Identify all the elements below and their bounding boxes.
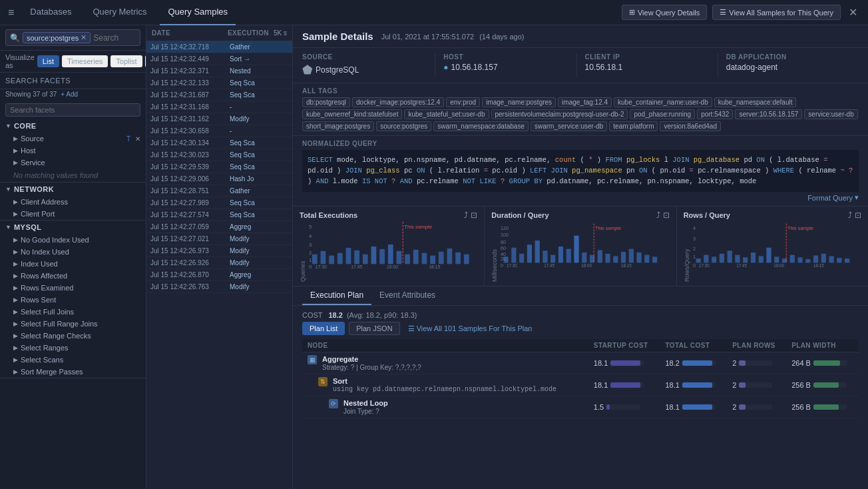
normalized-query: SELECT mode, locktype, pn.nspname, pd.da… bbox=[302, 150, 859, 192]
chart-y-label: Milliseconds bbox=[491, 221, 498, 282]
list-row[interactable]: Jul 15 12:42:32.449 Sort → bbox=[146, 53, 292, 65]
facet-item-select-ranges[interactable]: ▶ Select Ranges bbox=[0, 342, 146, 354]
list-row[interactable]: Jul 15 12:42:32.133 Seq Sca bbox=[146, 77, 292, 89]
svg-rect-38 bbox=[558, 246, 563, 262]
list-row[interactable]: Jul 15 12:42:27.021 Modify bbox=[146, 233, 292, 245]
svg-text:1: 1 bbox=[693, 254, 696, 260]
expand-icon[interactable]: ⊡ bbox=[471, 211, 477, 220]
tag-item: docker_image:postgres:12.4 bbox=[352, 97, 444, 107]
svg-rect-3 bbox=[337, 253, 343, 264]
chevron-right-icon: ▶ bbox=[13, 135, 18, 142]
tag-item: kube_stateful_set:user-db bbox=[404, 109, 489, 119]
facet-item-no-good-index[interactable]: ▶ No Good Index Used bbox=[0, 234, 146, 246]
list-row[interactable]: Jul 15 12:42:26.870 Aggreg bbox=[146, 269, 292, 281]
facet-item-index-used[interactable]: ▶ Index Used bbox=[0, 258, 146, 270]
facet-item-select-full-joins[interactable]: ▶ Select Full Joins bbox=[0, 306, 146, 318]
nav-tab-query-samples[interactable]: Query Samples bbox=[160, 0, 236, 25]
viz-active-button[interactable]: List bbox=[37, 55, 59, 67]
list-row[interactable]: Jul 15 12:42:29.006 Hash Jo bbox=[146, 173, 292, 185]
plan-table-header: NODE STARTUP COST TOTAL COST PLAN ROWS P… bbox=[302, 339, 859, 352]
facet-item-client-address[interactable]: ▶ Client Address bbox=[0, 196, 146, 208]
facet-item-rows-affected[interactable]: ▶ Rows Affected bbox=[0, 270, 146, 282]
facet-item-select-range-checks[interactable]: ▶ Select Range Checks bbox=[0, 330, 146, 342]
list-row[interactable]: Jul 15 12:42:26.973 Modify bbox=[146, 245, 292, 257]
facet-item-host[interactable]: ▶ Host bbox=[0, 145, 146, 157]
view-all-samples-button[interactable]: ☰ View All Samples for This Query bbox=[712, 5, 841, 20]
tab-execution-plan[interactable]: Execution Plan bbox=[302, 286, 371, 305]
plan-controls: Plan List Plan JSON ☰ View All 101 Sampl… bbox=[302, 322, 859, 335]
expand-icon[interactable]: ⊡ bbox=[855, 211, 861, 220]
plan-table: NODE STARTUP COST TOTAL COST PLAN ROWS P… bbox=[302, 339, 859, 418]
chevron-right-icon: ▶ bbox=[13, 320, 18, 327]
tag-item: port:5432 bbox=[697, 109, 733, 119]
list-row[interactable]: Jul 15 12:42:32.718 Gather bbox=[146, 41, 292, 53]
facet-item-rows-examined[interactable]: ▶ Rows Examined bbox=[0, 282, 146, 294]
filter-input[interactable] bbox=[93, 33, 146, 43]
tag-item: service:user-db bbox=[804, 109, 857, 119]
tab-event-attributes[interactable]: Event Attributes bbox=[371, 286, 443, 305]
facet-mysql-header[interactable]: ▼ MYSQL bbox=[0, 221, 146, 234]
facet-item-select-scans[interactable]: ▶ Select Scans bbox=[0, 354, 146, 366]
facet-item-rows-sent[interactable]: ▶ Rows Sent bbox=[0, 294, 146, 306]
viz-toplist-button[interactable]: Toplist bbox=[110, 55, 142, 67]
viz-timeseries-button[interactable]: Timeseries bbox=[62, 55, 108, 67]
source-filter-x[interactable]: ✕ bbox=[135, 135, 140, 143]
plan-json-button[interactable]: Plan JSON bbox=[349, 322, 399, 335]
list-row[interactable]: Jul 15 12:42:32.371 Nested bbox=[146, 65, 292, 77]
chevron-right-icon: ▶ bbox=[13, 344, 18, 351]
list-row[interactable]: Jul 15 12:42:30.134 Seq Sca bbox=[146, 137, 292, 149]
list-row[interactable]: Jul 15 12:42:30.658 - bbox=[146, 125, 292, 137]
nav-logo-icon[interactable]: ≡ bbox=[8, 7, 14, 19]
plan-table-row[interactable]: ⟳ Nested Loop Join Type: ? 1.5 bbox=[302, 396, 859, 418]
list-row[interactable]: Jul 15 12:42:27.574 Seq Sca bbox=[146, 209, 292, 221]
list-row[interactable]: Jul 15 12:42:31.687 Seq Sca bbox=[146, 89, 292, 101]
facet-item-select-full-range-joins[interactable]: ▶ Select Full Range Joins bbox=[0, 318, 146, 330]
facet-item-no-index[interactable]: ▶ No Index Used bbox=[0, 246, 146, 258]
svg-rect-50 bbox=[652, 257, 657, 263]
nav-tab-query-metrics[interactable]: Query Metrics bbox=[85, 0, 155, 25]
detail-panel: Sample Details Jul 01, 2021 at 17:55:51.… bbox=[293, 25, 868, 489]
facet-section-network: ▼ NETWORK ▶ Client Address ▶ Client Port bbox=[0, 183, 146, 221]
svg-text:18:00: 18:00 bbox=[773, 263, 784, 268]
list-row[interactable]: Jul 15 12:42:27.989 Seq Sca bbox=[146, 197, 292, 209]
svg-rect-34 bbox=[527, 244, 532, 262]
svg-rect-66 bbox=[712, 257, 716, 263]
plan-table-row[interactable]: ⇅ Sort using key pd.datnamepc.relnamepn.… bbox=[302, 374, 859, 396]
facet-item-sort-merge-passes[interactable]: ▶ Sort Merge Passes bbox=[0, 366, 146, 378]
list-row[interactable]: Jul 15 12:42:26.763 Modify bbox=[146, 281, 292, 293]
share-icon[interactable]: ⤴ bbox=[656, 211, 660, 220]
plan-list-button[interactable]: Plan List bbox=[302, 322, 345, 335]
filter-remove-icon[interactable]: ✕ bbox=[81, 33, 87, 42]
list-row[interactable]: Jul 15 12:42:27.059 Aggreg bbox=[146, 221, 292, 233]
filter-tag[interactable]: source:postgres ✕ bbox=[23, 32, 91, 43]
facet-item-service[interactable]: ▶ Service bbox=[0, 157, 146, 169]
format-query-button[interactable]: Format Query ▾ bbox=[807, 193, 859, 202]
list-row[interactable]: Jul 15 12:42:31.162 Modify bbox=[146, 113, 292, 125]
view-samples-link[interactable]: ☰ View All 101 Samples For This Plan bbox=[408, 324, 533, 333]
close-button[interactable]: ✕ bbox=[846, 3, 860, 21]
source-icon: ⬟ bbox=[302, 63, 313, 77]
view-query-details-button[interactable]: ⊞ View Query Details bbox=[622, 5, 707, 20]
source-filter-t[interactable]: T bbox=[126, 135, 130, 143]
list-row[interactable]: Jul 15 12:42:29.539 Seq Sca bbox=[146, 161, 292, 173]
facets-search-input[interactable] bbox=[5, 103, 140, 117]
add-facet-button[interactable]: + Add bbox=[61, 91, 78, 98]
list-row[interactable]: Jul 15 12:42:30.023 Seq Sca bbox=[146, 149, 292, 161]
share-icon[interactable]: ⤴ bbox=[848, 211, 852, 220]
svg-rect-44 bbox=[606, 254, 610, 263]
facet-network-header[interactable]: ▼ NETWORK bbox=[0, 183, 146, 196]
facet-core-header[interactable]: ▼ CORE bbox=[0, 119, 146, 133]
nav-tab-databases[interactable]: Databases bbox=[22, 0, 79, 25]
facet-item-client-port[interactable]: ▶ Client Port bbox=[0, 208, 146, 220]
facet-item-source[interactable]: ▶ Source T ✕ bbox=[0, 133, 146, 145]
list-row[interactable]: Jul 15 12:42:31.168 - bbox=[146, 101, 292, 113]
svg-rect-73 bbox=[766, 248, 771, 263]
list-row[interactable]: Jul 15 12:42:28.751 Gather bbox=[146, 185, 292, 197]
list-row[interactable]: Jul 15 12:42:26.926 Modify bbox=[146, 257, 292, 269]
expand-icon[interactable]: ⊡ bbox=[663, 211, 670, 220]
chevron-right-icon: ▶ bbox=[13, 248, 18, 255]
eye-icon: ⊞ bbox=[629, 8, 635, 17]
share-icon[interactable]: ⤴ bbox=[464, 211, 468, 220]
plan-table-row[interactable]: ▦ Aggregate Strategy: ? | Group Key: ?,?… bbox=[302, 352, 859, 374]
chevron-right-icon: ▶ bbox=[13, 308, 18, 315]
